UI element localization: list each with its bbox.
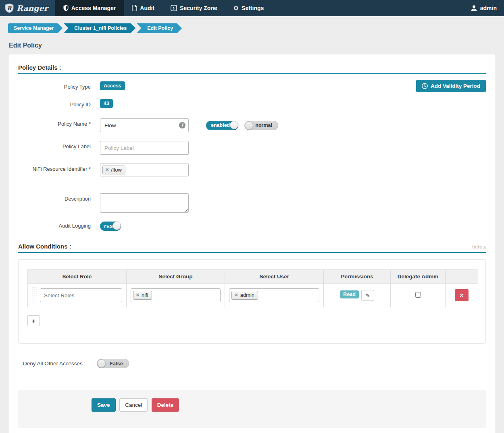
add-condition-button[interactable]: +	[27, 315, 40, 326]
svg-text:R: R	[7, 5, 12, 11]
description-textarea[interactable]	[100, 193, 189, 213]
audit-logging-row: Audit Logging YES	[18, 222, 486, 231]
save-button[interactable]: Save	[92, 398, 116, 412]
header-select-role: Select Role	[28, 270, 127, 284]
policy-details-title: Policy Details :	[18, 64, 61, 71]
policy-details-form: Add Validity Period Policy Type Access P…	[18, 74, 486, 231]
enabled-toggle-label: enabled	[211, 122, 230, 128]
resource-identifier-row: NiFi Resource Identifier * ✕ /flow	[18, 164, 486, 176]
toggle-knob	[245, 121, 253, 130]
header-select-user: Select User	[225, 270, 324, 284]
nav-item-label: Settings	[242, 5, 264, 11]
deny-toggle-label: False	[110, 360, 123, 367]
pencil-icon: ✎	[365, 292, 370, 298]
resource-chip-label: /flow	[111, 167, 122, 173]
policy-id-badge: 43	[100, 99, 113, 108]
cancel-button[interactable]: Cancel	[119, 398, 148, 412]
delete-row-button[interactable]: ✕	[455, 289, 469, 301]
select-roles-input[interactable]	[40, 288, 122, 302]
resource-identifier-label: NiFi Resource Identifier *	[18, 164, 91, 172]
clock-icon	[422, 83, 428, 89]
select-group-input[interactable]: ✕ nifi	[131, 288, 221, 302]
resource-identifier-input[interactable]: ✕ /flow	[100, 164, 189, 176]
policy-name-label: Policy Name *	[18, 118, 91, 127]
deny-accesses-label: Deny All Other Accesses :	[23, 360, 85, 367]
user-chip-label: admin	[240, 292, 254, 298]
normal-toggle-label: normal	[255, 122, 272, 128]
ranger-shield-icon: R	[5, 3, 14, 13]
form-actions: Save Cancel Delete	[18, 390, 486, 428]
header-permissions: Permissions	[324, 270, 391, 284]
document-icon	[132, 5, 137, 11]
audit-toggle-label: YES	[103, 224, 113, 229]
policy-type-label: Policy Type	[18, 81, 91, 90]
policy-id-row: Policy ID 43	[18, 99, 486, 108]
table-header-row: Select Role Select Group Select User Per…	[28, 270, 478, 284]
nav-item-security-zone[interactable]: Security Zone	[162, 0, 225, 16]
add-validity-period-button[interactable]: Add Validity Period	[416, 80, 486, 92]
brand-name: Ranger	[17, 4, 48, 12]
info-icon: i	[179, 122, 185, 128]
username: admin	[480, 5, 497, 11]
policy-label-row: Policy Label	[18, 141, 486, 155]
policy-details-header: Policy Details :	[18, 64, 486, 74]
drag-handle[interactable]	[32, 287, 37, 304]
delegate-admin-checkbox[interactable]	[415, 292, 421, 298]
policy-name-row: Policy Name * i enabled normal	[18, 118, 486, 132]
group-chip-label: nifi	[142, 292, 148, 298]
audit-logging-label: Audit Logging	[18, 222, 91, 229]
remove-chip-icon[interactable]: ✕	[136, 292, 140, 298]
nav-item-audit[interactable]: Audit	[124, 0, 162, 16]
user-menu[interactable]: admin	[471, 0, 504, 16]
nav-item-label: Security Zone	[180, 5, 217, 11]
breadcrumb-edit-policy[interactable]: Edit Policy	[137, 23, 182, 33]
table-row: ✕ nifi ✕ admin	[28, 284, 478, 307]
toggle-knob	[112, 222, 121, 230]
breadcrumb-policies[interactable]: Cluster 1_nifi Policies	[64, 23, 135, 33]
nav-item-settings[interactable]: ⚙ Settings	[225, 0, 272, 16]
group-chip: ✕ nifi	[133, 291, 152, 300]
hide-label: hide	[472, 244, 482, 250]
description-label: Description	[18, 193, 91, 202]
top-navbar: R Ranger Access Manager Audit Security Z…	[0, 0, 504, 16]
nav-menu: Access Manager Audit Security Zone ⚙ Set…	[55, 0, 272, 16]
header-select-group: Select Group	[126, 270, 225, 284]
nav-item-label: Access Manager	[71, 5, 116, 11]
close-icon: ✕	[460, 292, 464, 298]
chevron-up-icon: ▴	[483, 244, 486, 250]
policy-label-input[interactable]	[100, 141, 189, 155]
audit-logging-toggle[interactable]: YES	[100, 222, 121, 231]
ranger-logo[interactable]: R Ranger	[0, 0, 55, 16]
permission-badge-wrap: Read	[340, 291, 359, 299]
policy-id-label: Policy ID	[18, 99, 91, 108]
breadcrumb-service-manager[interactable]: Service Manager	[8, 23, 62, 33]
edit-permissions-button[interactable]: ✎	[361, 290, 374, 301]
deny-accesses-row: Deny All Other Accesses : False	[23, 359, 486, 368]
hide-toggle-link[interactable]: hide ▴	[472, 244, 486, 250]
nav-item-label: Audit	[140, 5, 154, 11]
normal-toggle[interactable]: normal	[244, 121, 278, 130]
gear-icon: ⚙	[233, 4, 239, 12]
edit-policy-card: Policy Details : Add Validity Period Pol…	[8, 54, 496, 433]
select-user-input[interactable]: ✕ admin	[229, 288, 319, 302]
nav-item-access-manager[interactable]: Access Manager	[55, 0, 124, 16]
delete-button[interactable]: Delete	[152, 398, 179, 412]
policy-name-input[interactable]	[100, 118, 189, 132]
deny-accesses-toggle[interactable]: False	[97, 359, 129, 368]
remove-chip-icon[interactable]: ✕	[234, 292, 238, 298]
header-delegate-admin: Delegate Admin	[391, 270, 446, 284]
permissions-table: Select Role Select Group Select User Per…	[27, 269, 478, 307]
page-title: Edit Policy	[9, 42, 496, 49]
remove-chip-icon[interactable]: ✕	[105, 167, 109, 172]
description-row: Description	[18, 193, 486, 213]
toggle-knob	[97, 359, 106, 368]
allow-conditions-header: Allow Conditions : hide ▴	[18, 243, 486, 253]
user-icon	[471, 5, 477, 12]
enabled-toggle[interactable]: enabled	[206, 121, 238, 130]
breadcrumb: Service Manager Cluster 1_nifi Policies …	[8, 23, 496, 33]
bolt-icon	[171, 5, 177, 11]
permission-badge: Read	[340, 290, 359, 298]
allow-conditions-title: Allow Conditions :	[18, 243, 71, 250]
resource-chip: ✕ /flow	[102, 166, 125, 174]
user-chip: ✕ admin	[231, 291, 258, 300]
